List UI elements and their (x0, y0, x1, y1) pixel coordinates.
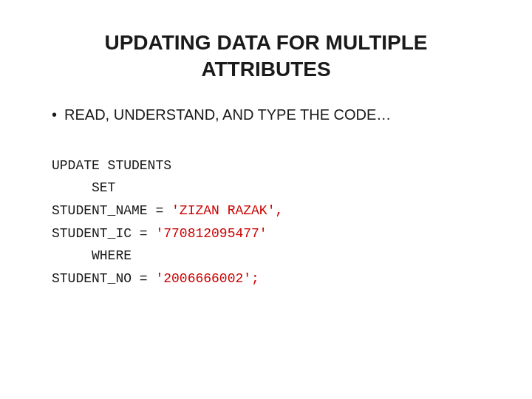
code-line6: STUDENT_NO = '2006666002'; (52, 271, 259, 286)
code-line3-value: 'ZIZAN RAZAK', (171, 203, 283, 218)
title-line2: ATTRIBUTES (44, 56, 488, 83)
slide: UPDATING DATA FOR MULTIPLE ATTRIBUTES • … (0, 0, 532, 399)
bullet-item: • READ, UNDERSTAND, AND TYPE THE CODE… (52, 104, 488, 125)
code-line2: SET (52, 180, 115, 195)
bullet-dot: • (52, 104, 57, 125)
title-line1: UPDATING DATA FOR MULTIPLE (44, 30, 488, 56)
code-line4-value: '770812095477' (155, 226, 267, 241)
slide-title: UPDATING DATA FOR MULTIPLE ATTRIBUTES (44, 30, 488, 83)
code-line3: STUDENT_NAME = 'ZIZAN RAZAK', (52, 203, 283, 218)
code-line1: UPDATE STUDENTS (52, 158, 171, 173)
bullet-text: READ, UNDERSTAND, AND TYPE THE CODE… (64, 104, 391, 125)
code-line4: STUDENT_IC = '770812095477' (52, 226, 267, 241)
bullet-section: • READ, UNDERSTAND, AND TYPE THE CODE… (44, 104, 488, 125)
code-block: UPDATE STUDENTS SET STUDENT_NAME = 'ZIZA… (52, 154, 488, 290)
code-line6-value: '2006666002'; (155, 271, 259, 286)
code-content: UPDATE STUDENTS SET STUDENT_NAME = 'ZIZA… (52, 154, 488, 290)
code-line5: WHERE (52, 248, 132, 263)
